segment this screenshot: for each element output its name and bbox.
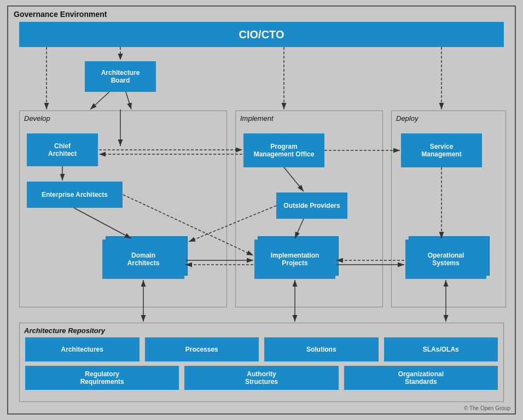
enterprise-architects-label: Enterprise Architects bbox=[42, 191, 108, 199]
repo-label: Architecture Repository bbox=[24, 326, 105, 335]
repo-processes: Processes bbox=[145, 337, 259, 361]
deploy-label: Deploy bbox=[396, 114, 418, 122]
repo-organizational: OrganizationalStandards bbox=[344, 366, 498, 390]
architecture-board-label: ArchitectureBoard bbox=[101, 69, 140, 84]
repo-architectures: Architectures bbox=[25, 337, 140, 361]
svg-line-9 bbox=[126, 92, 131, 109]
repo-row2: RegulatoryRequirements AuthorityStructur… bbox=[25, 366, 498, 390]
service-management-box: ServiceManagement bbox=[401, 133, 482, 167]
svg-line-8 bbox=[90, 92, 109, 109]
implement-label: Implement bbox=[240, 114, 274, 122]
chief-architect-label: ChiefArchitect bbox=[48, 142, 77, 158]
repo-row1: Architectures Processes Solutions SLAs/O… bbox=[25, 337, 498, 361]
copyright-text: © The Open Group bbox=[464, 405, 510, 411]
operational-systems-label: OperationalSystems bbox=[405, 240, 486, 279]
chief-architect-box: ChiefArchitect bbox=[27, 133, 98, 166]
enterprise-architects-box: Enterprise Architects bbox=[27, 182, 123, 208]
develop-label: Develop bbox=[24, 114, 50, 122]
program-management-label: ProgramManagement Office bbox=[254, 143, 315, 158]
program-management-box: ProgramManagement Office bbox=[243, 133, 324, 167]
repo-slas-olas: SLAs/OLAs bbox=[384, 337, 498, 361]
architecture-repository-box: Architecture Repository Architectures Pr… bbox=[19, 323, 504, 402]
outside-providers-label: Outside Providers bbox=[283, 202, 340, 209]
repo-solutions: Solutions bbox=[264, 337, 379, 361]
implementation-projects-stack: ImplementationProjects bbox=[254, 240, 335, 279]
repo-regulatory: RegulatoryRequirements bbox=[25, 366, 179, 390]
cio-cto-label: CIO/CTO bbox=[239, 28, 284, 41]
service-management-label: ServiceManagement bbox=[421, 143, 461, 158]
domain-architects-label: DomainArchitects bbox=[102, 240, 184, 279]
repo-authority: AuthorityStructures bbox=[184, 366, 338, 390]
governance-environment-container: Governance Environment © The Open Group … bbox=[7, 5, 516, 415]
governance-label: Governance Environment bbox=[14, 10, 107, 19]
outside-providers-box: Outside Providers bbox=[276, 192, 347, 219]
architecture-board-box: ArchitectureBoard bbox=[85, 61, 156, 92]
operational-systems-stack: OperationalSystems bbox=[405, 240, 486, 279]
domain-architects-stack: DomainArchitects bbox=[102, 240, 184, 279]
implementation-projects-label: ImplementationProjects bbox=[254, 240, 335, 279]
cio-cto-bar: CIO/CTO bbox=[19, 22, 504, 47]
